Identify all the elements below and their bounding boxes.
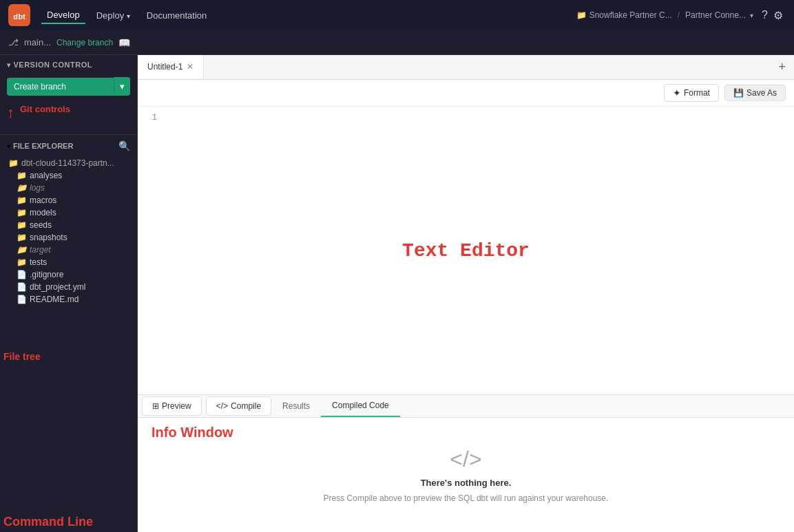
bottom-tabs: ⊞ Preview </> Compile Results Compiled C… bbox=[138, 395, 794, 418]
logs-icon: 📁 bbox=[17, 183, 27, 193]
tree-item-gitignore[interactable]: 📄 .gitignore bbox=[0, 268, 137, 281]
file-search-button[interactable]: 🔍 bbox=[118, 140, 130, 151]
seeds-icon: 📁 bbox=[17, 220, 27, 230]
code-content[interactable] bbox=[165, 112, 794, 389]
nav-develop[interactable]: Develop bbox=[41, 7, 85, 24]
bottom-content: Info Window </> There's nothing here. Pr… bbox=[138, 418, 794, 532]
change-branch-button[interactable]: Change branch bbox=[56, 38, 113, 47]
top-nav: dbt Develop Deploy ▾ Documentation 📁 Sno… bbox=[0, 0, 794, 30]
tree-item-seeds[interactable]: 📁 seeds bbox=[0, 219, 137, 231]
models-icon: 📁 bbox=[17, 208, 27, 217]
version-control-chevron: ▾ bbox=[7, 61, 11, 69]
settings-button[interactable]: ⚙ bbox=[771, 6, 786, 25]
tree-item-readme[interactable]: 📄 README.md bbox=[0, 293, 137, 306]
compile-icon: </> bbox=[216, 401, 228, 411]
save-as-button[interactable]: 💾 Save As bbox=[724, 85, 786, 101]
tree-item-root[interactable]: 📁 dbt-cloud-114373-partn... bbox=[0, 157, 137, 169]
preview-icon: ⊞ bbox=[152, 401, 159, 411]
create-branch-button[interactable]: Create branch bbox=[7, 78, 114, 96]
nav-documentation[interactable]: Documentation bbox=[141, 8, 212, 23]
file-explorer-section: ▾ File Explorer 🔍 📁 dbt-cloud-114373-par… bbox=[0, 135, 137, 532]
tree-item-tests[interactable]: 📁 tests bbox=[0, 256, 137, 268]
tree-item-target[interactable]: 📁 target bbox=[0, 244, 137, 256]
compiled-code-tab[interactable]: Compiled Code bbox=[321, 395, 400, 417]
file-tree: 📁 dbt-cloud-114373-partn... 📁 analyses 📁… bbox=[0, 157, 137, 312]
tree-item-models[interactable]: 📁 models bbox=[0, 206, 137, 219]
analyses-icon: 📁 bbox=[17, 171, 27, 180]
results-tab[interactable]: Results bbox=[271, 396, 321, 416]
branch-icon: ⎇ bbox=[8, 37, 19, 47]
version-control-section: ▾ Version Control Create branch ▾ ↑ Git … bbox=[0, 55, 137, 135]
tree-item-dbt-project[interactable]: 📄 dbt_project.yml bbox=[0, 281, 137, 293]
branch-bar: ⎇ main... Change branch 📖 bbox=[0, 30, 794, 55]
nothing-text: There's nothing here. bbox=[421, 478, 512, 488]
tab-close-button[interactable]: ✕ bbox=[187, 62, 194, 72]
file-explorer-chevron[interactable]: ▾ bbox=[7, 142, 10, 150]
tab-add-button[interactable]: + bbox=[770, 60, 794, 74]
macros-icon: 📁 bbox=[17, 195, 27, 205]
branch-dropdown-button[interactable]: ▾ bbox=[114, 77, 130, 96]
file-tree-annotation: File tree bbox=[3, 351, 41, 362]
version-control-header[interactable]: ▾ Version Control bbox=[0, 55, 137, 74]
tree-item-snapshots[interactable]: 📁 snapshots bbox=[0, 231, 137, 244]
logo-area: dbt bbox=[8, 4, 30, 26]
nothing-icon: </> bbox=[450, 447, 481, 472]
help-button[interactable]: ? bbox=[759, 6, 771, 24]
file-explorer-header: ▾ File Explorer 🔍 bbox=[0, 135, 137, 157]
tree-item-analyses[interactable]: 📁 analyses bbox=[0, 169, 137, 182]
book-icon[interactable]: 📖 bbox=[118, 37, 130, 48]
snapshots-icon: 📁 bbox=[17, 233, 27, 242]
sidebar: ▾ Version Control Create branch ▾ ↑ Git … bbox=[0, 55, 138, 532]
info-window-annotation: Info Window bbox=[152, 425, 233, 440]
save-icon: 💾 bbox=[733, 88, 744, 98]
code-editor[interactable]: 1 Text Editor bbox=[138, 107, 794, 394]
tab-bar: Untitled-1 ✕ + bbox=[138, 55, 794, 80]
dbt-logo: dbt bbox=[8, 4, 30, 26]
editor-toolbar: ✦ Format 💾 Save As bbox=[138, 80, 794, 107]
tree-item-logs[interactable]: 📁 logs bbox=[0, 182, 137, 194]
gitignore-file-icon: 📄 bbox=[17, 270, 27, 279]
svg-text:dbt: dbt bbox=[13, 12, 25, 21]
create-branch-row: Create branch ▾ bbox=[0, 74, 137, 98]
format-button[interactable]: ✦ Format bbox=[664, 84, 719, 102]
root-folder-icon: 📁 bbox=[8, 158, 19, 168]
git-controls-annotation: ↑ Git controls bbox=[0, 98, 137, 127]
readme-file-icon: 📄 bbox=[17, 295, 27, 304]
nav-deploy[interactable]: Deploy ▾ bbox=[91, 8, 136, 23]
line-numbers: 1 bbox=[138, 112, 165, 389]
dbt-project-file-icon: 📄 bbox=[17, 282, 27, 292]
branch-name: main... bbox=[24, 37, 51, 47]
editor-tab-untitled[interactable]: Untitled-1 ✕ bbox=[138, 55, 204, 79]
nothing-subtext: Press Compile above to preview the SQL d… bbox=[324, 493, 609, 503]
format-icon: ✦ bbox=[673, 87, 681, 98]
tests-icon: 📁 bbox=[17, 257, 27, 267]
target-icon: 📁 bbox=[17, 245, 27, 255]
editor-area: Untitled-1 ✕ + ✦ Format 💾 Save As bbox=[138, 55, 794, 532]
preview-button[interactable]: ⊞ Preview bbox=[142, 396, 202, 416]
bottom-panel: ⊞ Preview </> Compile Results Compiled C… bbox=[138, 394, 794, 532]
file-explorer-title: File Explorer bbox=[13, 142, 73, 150]
project-selector[interactable]: 📁 Snowflake Partner C... / Partner Conne… bbox=[576, 10, 753, 20]
compile-button[interactable]: </> Compile bbox=[206, 396, 271, 416]
profile-annotation: Profile ↙ bbox=[750, 0, 793, 3]
tree-item-macros[interactable]: 📁 macros bbox=[0, 194, 137, 206]
